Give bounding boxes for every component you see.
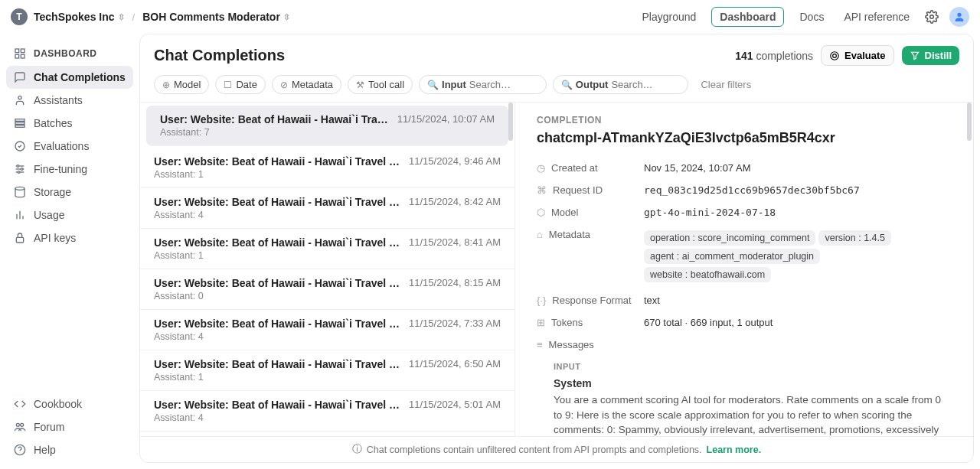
list-item[interactable]: User: Website: Beat of Hawaii - Hawai`i …: [146, 106, 508, 146]
brackets-icon: {·}: [537, 295, 546, 306]
topbar: T TechSpokes Inc ⇳ / BOH Comments Modera…: [0, 0, 980, 34]
link-icon: ⌘: [537, 184, 547, 196]
list-item[interactable]: User: Website: Beat of Hawaii - Hawai`i …: [140, 391, 514, 432]
svg-point-17: [15, 187, 24, 190]
svg-point-22: [16, 423, 19, 426]
svg-point-1: [957, 13, 961, 17]
code-icon: [14, 398, 26, 410]
footer-note: ⓘ Chat completions contain unfiltered co…: [140, 436, 973, 462]
input-search[interactable]: 🔍 Input: [419, 75, 547, 94]
list-item[interactable]: User: Website: Beat of Hawaii - Hawai`i …: [140, 269, 514, 310]
svg-rect-9: [15, 125, 24, 128]
detail-label: Response Format: [552, 295, 631, 306]
org-switcher[interactable]: TechSpokes Inc ⇳: [34, 11, 125, 23]
list-item-sub: Assistant: 4: [154, 412, 501, 423]
sidebar-item-label: Usage: [34, 209, 64, 221]
list-item[interactable]: User: Website: Beat of Hawaii - Hawai`i …: [140, 350, 514, 391]
filter-toolcall[interactable]: ⚒ Tool call: [348, 75, 413, 94]
message-body: You are a comment scoring AI tool for mo…: [554, 392, 952, 436]
fine-tuning-icon: [14, 163, 26, 175]
evaluate-button[interactable]: Evaluate: [821, 45, 893, 66]
svg-rect-7: [15, 119, 24, 122]
sidebar-item-forum[interactable]: Forum: [6, 415, 133, 438]
list-item-sub: Assistant: 0: [154, 291, 501, 301]
scrollbar[interactable]: [967, 103, 972, 141]
list-item[interactable]: User: Website: Beat of Hawaii - Hawai`i …: [140, 229, 514, 269]
nav-api-reference[interactable]: API reference: [839, 8, 914, 26]
completions-list[interactable]: User: Website: Beat of Hawaii - Hawai`i …: [140, 103, 515, 436]
sidebar-item-label: Chat Completions: [34, 71, 126, 83]
batches-icon: [14, 117, 26, 129]
list-item-sub: Assistant: 1: [154, 169, 501, 180]
sidebar-item-storage[interactable]: Storage: [6, 181, 133, 204]
svg-point-6: [18, 96, 21, 99]
sidebar-item-chat-completions[interactable]: Chat Completions: [6, 66, 133, 89]
list-item-title: User: Website: Beat of Hawaii - Hawai`i …: [160, 113, 390, 125]
input-search-field[interactable]: [469, 79, 538, 90]
completion-id: chatcmpl-ATmankYZaQiE3Ivctp6a5mB5R4cxr: [537, 130, 952, 146]
user-avatar[interactable]: [949, 7, 969, 27]
metadata-tag: version : 1.4.5: [818, 230, 891, 246]
filter-metadata[interactable]: ⊘ Metadata: [272, 75, 341, 94]
output-search[interactable]: 🔍 Output: [553, 75, 689, 94]
svg-point-23: [21, 423, 24, 426]
svg-point-26: [831, 51, 839, 60]
metadata-tag: website : beatofhawaii.com: [644, 267, 771, 282]
detail-label: Model: [551, 207, 578, 218]
list-item-title: User: Website: Beat of Hawaii - Hawai`i …: [154, 399, 401, 411]
detail-label: Messages: [549, 339, 594, 350]
svg-rect-2: [15, 49, 19, 53]
list-item[interactable]: User: Website: Beat of Hawaii - Hawai`i …: [140, 432, 514, 436]
distill-icon: [910, 50, 920, 61]
assistants-icon: [14, 94, 26, 106]
sidebar-item-evaluations[interactable]: Evaluations: [6, 135, 133, 158]
breadcrumb-separator: /: [132, 11, 136, 23]
nav-playground[interactable]: Playground: [638, 8, 701, 26]
list-item-title: User: Website: Beat of Hawaii - Hawai`i …: [154, 196, 401, 208]
list-item[interactable]: User: Website: Beat of Hawaii - Hawai`i …: [140, 188, 514, 229]
filter-model[interactable]: ⊕ Model: [154, 75, 209, 94]
svg-point-16: [18, 171, 20, 174]
sidebar-item-label: Fine-tuning: [34, 163, 87, 175]
distill-button[interactable]: Distill: [902, 46, 959, 65]
storage-icon: [14, 186, 26, 198]
sidebar-item-cookbook[interactable]: Cookbook: [6, 392, 133, 415]
list-item-sub: Assistant: 4: [154, 210, 501, 220]
org-avatar[interactable]: T: [11, 8, 28, 25]
expand-icon: ⇳: [283, 12, 290, 22]
detail-label: Created at: [551, 162, 598, 174]
output-search-field[interactable]: [611, 79, 680, 90]
list-item-title: User: Website: Beat of Hawaii - Hawai`i …: [154, 318, 401, 330]
scrollbar[interactable]: [508, 103, 513, 141]
sidebar-item-api-keys[interactable]: API keys: [6, 226, 133, 249]
completion-detail[interactable]: COMPLETION chatcmpl-ATmankYZaQiE3Ivctp6a…: [515, 103, 973, 436]
list-item-sub: Assistant: 1: [154, 372, 501, 383]
list-item[interactable]: User: Website: Beat of Hawaii - Hawai`i …: [140, 148, 514, 188]
completions-count: 141 completions: [735, 50, 813, 62]
nav-docs[interactable]: Docs: [795, 8, 828, 26]
expand-icon: ⇳: [118, 12, 125, 22]
calendar-icon: ☐: [224, 80, 232, 90]
sidebar-item-usage[interactable]: Usage: [6, 204, 133, 226]
sidebar-item-assistants[interactable]: Assistants: [6, 89, 133, 112]
metadata-tag: operation : score_incoming_comment: [644, 230, 815, 246]
sidebar-item-help[interactable]: Help: [6, 438, 133, 461]
list-item[interactable]: User: Website: Beat of Hawaii - Hawai`i …: [140, 310, 514, 350]
sidebar-title: DASHBOARD: [6, 41, 133, 66]
list-item-time: 11/15/2024, 10:07 AM: [397, 113, 495, 125]
project-switcher[interactable]: BOH Comments Moderator ⇳: [142, 11, 290, 23]
nav-dashboard[interactable]: Dashboard: [711, 7, 784, 27]
sidebar-item-fine-tuning[interactable]: Fine-tuning: [6, 158, 133, 181]
svg-point-0: [930, 15, 934, 19]
list-item-time: 11/15/2024, 8:42 AM: [409, 196, 501, 208]
gear-icon[interactable]: [925, 10, 939, 24]
list-item-time: 11/15/2024, 8:15 AM: [409, 277, 501, 289]
metadata-tag: agent : ai_comment_moderator_plugin: [644, 249, 820, 264]
lock-icon: [14, 232, 26, 244]
filter-date[interactable]: ☐ Date: [215, 75, 265, 94]
chat-icon: [14, 71, 26, 83]
detail-label: Metadata: [549, 229, 590, 240]
sidebar-item-batches[interactable]: Batches: [6, 112, 133, 135]
clear-filters[interactable]: Clear filters: [701, 79, 751, 90]
learn-more-link[interactable]: Learn more.: [707, 445, 762, 455]
